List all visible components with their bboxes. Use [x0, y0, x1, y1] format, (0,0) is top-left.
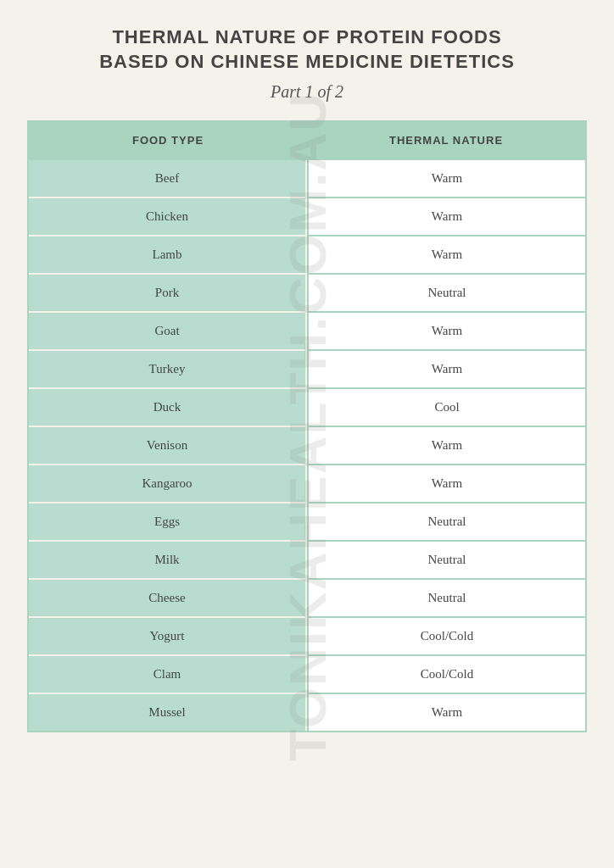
nature-cell: Warm [307, 313, 585, 351]
nature-cell: Cool/Cold [307, 656, 585, 694]
title-line1: THERMAL NATURE OF PROTEIN FOODS [112, 26, 501, 47]
food-cell: Turkey [29, 351, 307, 389]
food-cell: Kangaroo [29, 465, 307, 504]
nature-cell: Cool [307, 389, 585, 427]
food-cell: Beef [29, 160, 307, 198]
nature-cell: Cool/Cold [307, 618, 585, 656]
nature-cell: Warm [307, 694, 585, 731]
food-cell: Venison [29, 427, 307, 465]
nature-cell: Neutral [307, 275, 585, 313]
food-cell: Yogurt [29, 618, 307, 656]
nature-cell: Warm [307, 160, 585, 198]
nature-cell: Warm [307, 465, 585, 504]
nature-cell: Warm [307, 236, 585, 275]
food-cell: Lamb [29, 236, 307, 275]
table-container: TONIKAHEALTH.COM.AU FOOD TYPE THERMAL NA… [27, 120, 587, 732]
nature-cell: Warm [307, 351, 585, 389]
food-cell: Clam [29, 656, 307, 694]
title-line2: BASED ON CHINESE MEDICINE DIETETICS [99, 51, 515, 72]
nature-cell: Neutral [307, 580, 585, 618]
nature-cell: Warm [307, 198, 585, 236]
food-cell: Milk [29, 542, 307, 580]
food-cell: Cheese [29, 580, 307, 618]
food-cell: Chicken [29, 198, 307, 236]
food-cell: Pork [29, 275, 307, 313]
nature-cell: Neutral [307, 542, 585, 580]
food-cell: Duck [29, 389, 307, 427]
data-table: FOOD TYPE THERMAL NATURE BeefWarmChicken… [27, 120, 587, 732]
food-cell: Eggs [29, 504, 307, 542]
food-type-header: FOOD TYPE [29, 122, 307, 160]
main-title: THERMAL NATURE OF PROTEIN FOODS BASED ON… [99, 25, 515, 74]
nature-cell: Warm [307, 427, 585, 465]
food-cell: Mussel [29, 694, 307, 731]
thermal-nature-header: THERMAL NATURE [307, 122, 585, 160]
page-container: THERMAL NATURE OF PROTEIN FOODS BASED ON… [27, 25, 587, 732]
nature-cell: Neutral [307, 504, 585, 542]
subtitle: Part 1 of 2 [271, 82, 343, 102]
food-cell: Goat [29, 313, 307, 351]
